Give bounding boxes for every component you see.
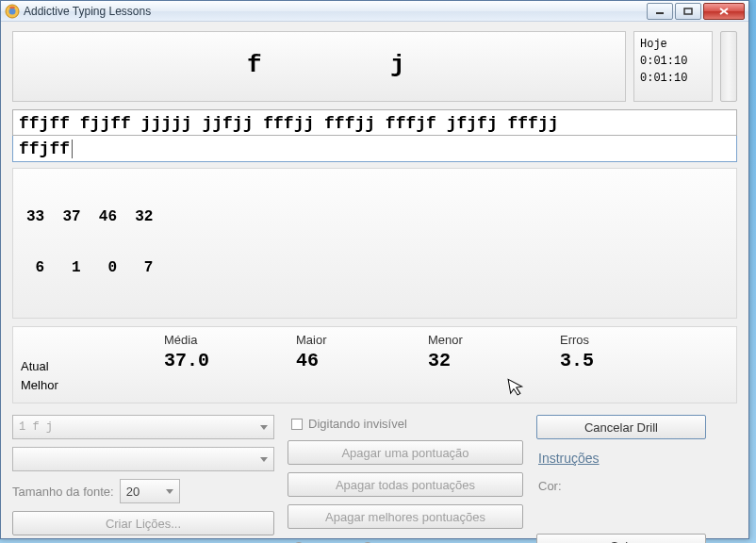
clear-best-scores-button[interactable]: Apagar melhores pontuações: [288, 504, 523, 529]
color-label: Cor:: [536, 477, 706, 495]
client-area: f j Hoje 0:01:10 0:01:10 ffjff fjjff jjj…: [1, 22, 748, 538]
instructions-link[interactable]: Instruções: [536, 447, 706, 469]
speed-row-1: 33 37 46 32: [26, 208, 723, 225]
stats-panel: Média Maior Menor Erros Atual Melhor 37.…: [12, 326, 737, 403]
scrollbar[interactable]: [720, 31, 737, 102]
target-text: ffjff fjjff jjjjj jjfjj fffjj fffjj fffj…: [12, 109, 737, 136]
create-lessons-button[interactable]: Criar Lições...: [12, 511, 274, 535]
row-atual: Atual: [21, 357, 58, 376]
minimize-button[interactable]: [647, 3, 673, 20]
svg-point-1: [9, 8, 16, 14]
close-button[interactable]: [703, 3, 745, 20]
speed-row-2: 6 1 0 7: [26, 259, 723, 276]
maximize-button[interactable]: [675, 3, 701, 20]
svg-point-2: [9, 6, 15, 8]
speed-numbers: 33 37 46 32 6 1 0 7: [12, 168, 737, 319]
cancel-drill-button[interactable]: Cancelar Drill: [536, 415, 706, 439]
app-icon: [5, 4, 20, 19]
header-media: Média: [164, 333, 296, 347]
today-time-1: 0:01:10: [640, 53, 706, 70]
header-erros: Erros: [560, 333, 692, 347]
window-title: Addictive Typing Lessons: [24, 5, 647, 18]
cursor-icon: [506, 375, 527, 403]
lesson-select[interactable]: 1 f j: [12, 415, 274, 439]
prompt-letter-2: j: [390, 51, 405, 79]
clear-all-scores-button[interactable]: Apagar todas pontuações: [288, 472, 523, 497]
clear-one-score-button[interactable]: Apagar uma pontuação: [288, 440, 523, 465]
typing-input[interactable]: ffjff: [12, 136, 737, 162]
chevron-down-icon: [166, 489, 173, 494]
svg-rect-4: [684, 8, 692, 14]
value-erros: 3.5: [560, 350, 692, 371]
titlebar[interactable]: Addictive Typing Lessons: [1, 1, 748, 22]
header-menor: Menor: [428, 333, 560, 347]
today-time-2: 0:01:10: [640, 70, 706, 87]
exit-button[interactable]: Sair: [536, 534, 706, 543]
secondary-select[interactable]: [12, 447, 274, 471]
today-panel: Hoje 0:01:10 0:01:10: [633, 31, 713, 102]
font-size-label: Tamanho da fonte:: [12, 485, 114, 499]
chevron-down-icon: [260, 457, 268, 462]
value-menor: 32: [428, 350, 560, 371]
header-maior: Maior: [296, 333, 428, 347]
checkbox-icon: [291, 419, 303, 430]
svg-rect-3: [656, 12, 664, 14]
prompt-display: f j: [12, 31, 626, 102]
app-window: Addictive Typing Lessons f j Hoje 0:01:1…: [0, 0, 749, 539]
row-melhor: Melhor: [21, 376, 58, 395]
value-media: 37.0: [164, 350, 296, 371]
font-size-select[interactable]: 20: [120, 479, 180, 503]
prompt-letter-1: f: [247, 51, 262, 79]
chevron-down-icon: [260, 425, 268, 430]
value-maior: 46: [296, 350, 428, 371]
invisible-typing-checkbox[interactable]: Digitando invisível: [288, 415, 523, 433]
today-label: Hoje: [640, 36, 706, 53]
